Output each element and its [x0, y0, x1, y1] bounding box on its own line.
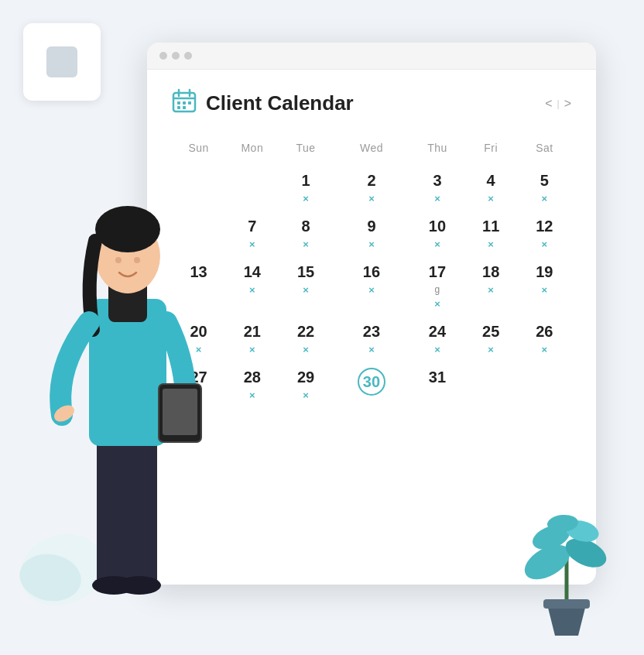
- browser-dot-1: [159, 52, 167, 60]
- svg-point-14: [118, 576, 161, 595]
- day-number: 3: [433, 171, 441, 190]
- nav-prev-arrow[interactable]: <: [545, 97, 552, 111]
- svg-rect-8: [188, 101, 191, 105]
- day-x-mark: ×: [542, 344, 548, 355]
- svg-point-19: [115, 257, 122, 263]
- day-x-mark: ×: [434, 298, 440, 310]
- day-cell-0-5[interactable]: 4×: [464, 165, 518, 211]
- day-x-mark: ×: [434, 344, 440, 355]
- svg-rect-10: [183, 106, 186, 109]
- day-cell-1-2[interactable]: 8×: [279, 211, 332, 256]
- day-x-mark: ×: [249, 284, 255, 296]
- day-number: 22: [297, 322, 314, 341]
- day-cell-0-3[interactable]: 2×: [333, 165, 411, 211]
- day-cell-1-4[interactable]: 10×: [410, 211, 464, 256]
- week-row-1: 7×8×9×10×11×12×: [172, 211, 571, 256]
- day-x-mark: ×: [303, 238, 309, 250]
- plant-decoration: [520, 485, 613, 640]
- day-number: 16: [363, 262, 380, 281]
- day-number: 14: [244, 262, 261, 281]
- day-headers-row: Sun Mon Tue Wed Thu Fri Sat: [172, 137, 571, 165]
- day-x-mark: ×: [249, 238, 255, 250]
- day-cell-1-5[interactable]: 11×: [464, 211, 518, 256]
- day-x-mark: ×: [368, 284, 375, 296]
- day-x-mark: ×: [303, 193, 309, 204]
- nav-arrows: < | >: [545, 97, 571, 111]
- day-number: 21: [244, 322, 261, 341]
- day-cell-3-2[interactable]: 22×: [279, 316, 332, 362]
- day-number: 11: [482, 217, 499, 235]
- day-x-mark: ×: [542, 284, 548, 296]
- day-cell-3-4[interactable]: 24×: [410, 316, 464, 362]
- col-wed: Wed: [333, 137, 411, 165]
- day-x-mark: ×: [542, 238, 548, 250]
- day-x-mark: ×: [368, 193, 375, 204]
- day-cell-0-6[interactable]: 5×: [518, 165, 571, 211]
- browser-titlebar: [147, 43, 596, 70]
- calendar-container: Client Calendar < | > Sun Mon Tue Wed Th…: [147, 70, 596, 426]
- day-x-mark: ×: [488, 344, 494, 355]
- day-cell-1-6[interactable]: 12×: [518, 211, 571, 256]
- day-x-mark: ×: [434, 193, 440, 204]
- svg-rect-6: [177, 101, 180, 105]
- nav-next-arrow[interactable]: >: [564, 97, 571, 111]
- day-cell-2-1[interactable]: 14×: [225, 256, 279, 316]
- col-tue: Tue: [279, 137, 332, 165]
- day-cell-0-4[interactable]: 3×: [410, 165, 464, 211]
- browser-dot-3: [184, 52, 192, 60]
- svg-point-18: [95, 206, 160, 252]
- calendar-icon: [172, 88, 197, 118]
- day-cell-2-2[interactable]: 15×: [279, 256, 332, 316]
- svg-rect-22: [163, 389, 197, 435]
- day-number: 24: [429, 322, 446, 341]
- day-cell-2-4[interactable]: 17g×: [410, 256, 464, 316]
- day-cell-1-3[interactable]: 9×: [333, 211, 411, 256]
- day-cell-2-5[interactable]: 18×: [464, 256, 518, 316]
- day-number: 12: [536, 217, 553, 235]
- week-row-0: 1×2×3×4×5×: [172, 165, 571, 211]
- day-cell-4-1[interactable]: 28×: [225, 362, 279, 407]
- day-x-mark: ×: [542, 193, 548, 204]
- day-x-mark: ×: [249, 344, 255, 355]
- day-number: 26: [536, 322, 553, 341]
- day-number: 5: [540, 171, 549, 190]
- day-number: 29: [297, 368, 314, 386]
- day-cell-4-4[interactable]: 31×: [410, 362, 464, 407]
- calendar-table: Sun Mon Tue Wed Thu Fri Sat 1×2×3×4×5×7×…: [172, 137, 571, 407]
- day-cell-1-1[interactable]: 7×: [225, 211, 279, 256]
- day-cell-3-3[interactable]: 23×: [333, 316, 411, 362]
- svg-rect-12: [122, 430, 157, 585]
- col-mon: Mon: [225, 137, 279, 165]
- day-number: 25: [482, 322, 499, 341]
- browser-dot-2: [172, 52, 180, 60]
- day-x-mark: ×: [303, 284, 309, 296]
- day-number: 31: [429, 368, 446, 386]
- day-number: 28: [244, 368, 261, 386]
- day-x-mark: ×: [303, 389, 309, 401]
- day-cell-4-3[interactable]: 30: [333, 362, 411, 407]
- day-special-label: g: [435, 284, 440, 295]
- day-number: 8: [301, 217, 310, 235]
- svg-rect-9: [177, 106, 180, 109]
- day-number: 10: [429, 217, 446, 235]
- day-number: 15: [297, 262, 314, 281]
- day-number: 9: [367, 217, 375, 235]
- day-cell-0-2[interactable]: 1×: [279, 165, 332, 211]
- day-cell-4-5: [464, 362, 518, 407]
- person-illustration: [39, 129, 209, 655]
- day-cell-2-6[interactable]: 19×: [518, 256, 571, 316]
- decorative-square-inner: [46, 46, 77, 77]
- col-sat: Sat: [518, 137, 571, 165]
- day-x-mark: ×: [434, 238, 440, 250]
- day-cell-3-5[interactable]: 25×: [464, 316, 518, 362]
- week-row-3: 20×21×22×23×24×25×26×: [172, 316, 571, 362]
- day-cell-4-2[interactable]: 29×: [279, 362, 332, 407]
- calendar-title-group: Client Calendar: [172, 88, 354, 118]
- week-row-2: 13×14×15×16×17g×18×19×: [172, 256, 571, 316]
- day-x-mark: ×: [488, 193, 494, 204]
- day-cell-2-3[interactable]: 16×: [333, 256, 411, 316]
- day-x-mark: ×: [488, 284, 494, 296]
- day-x-mark: ×: [303, 344, 309, 355]
- day-cell-3-6[interactable]: 26×: [518, 316, 571, 362]
- day-cell-3-1[interactable]: 21×: [225, 316, 279, 362]
